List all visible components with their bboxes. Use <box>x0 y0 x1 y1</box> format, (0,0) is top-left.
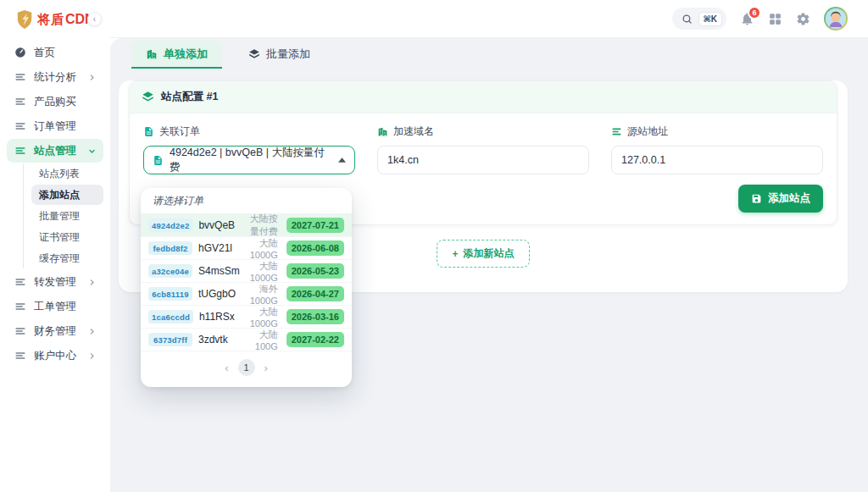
order-select[interactable]: 4924d2e2 | bvvQeB | 大陆按量付费 <box>143 146 355 174</box>
section-title: 站点配置 #1 <box>161 90 218 104</box>
add-site-button[interactable]: 添加站点 <box>738 185 823 213</box>
sidebar-subitem[interactable]: 站点列表 <box>31 163 103 184</box>
sidebar-subitem[interactable]: 证书管理 <box>31 227 103 247</box>
site-config-header: 站点配置 #1 <box>130 81 837 113</box>
sidebar-item-label: 首页 <box>34 46 55 60</box>
sidebar-item[interactable]: 财务管理 <box>7 319 103 343</box>
search-shortcut: ⌘K <box>698 12 723 26</box>
sidebar-item[interactable]: 站点管理 <box>7 139 103 163</box>
order-spec: 大陆1000G <box>249 306 281 329</box>
layers-icon <box>142 91 154 103</box>
sidebar-collapse-button[interactable]: ‹ <box>87 12 102 26</box>
field-label: 关联订单 <box>143 124 355 139</box>
sidebar-subitem-label: 添加站点 <box>39 188 80 202</box>
sidebar-item-label: 订单管理 <box>34 119 76 134</box>
order-id-badge: 1ca6ccdd <box>148 310 193 323</box>
brand-name-cn: 将盾 <box>37 12 64 28</box>
avatar-image <box>826 8 846 29</box>
order-expiry-badge: 2026-05-23 <box>287 263 344 279</box>
order-expiry-badge: 2026-03-16 <box>287 309 344 324</box>
sidebar-subitem-label: 站点列表 <box>39 167 80 181</box>
order-option[interactable]: 6373d7ff3zdvtk大陆100G2027-02-22 <box>141 329 352 351</box>
order-spec: 大陆1000G <box>248 260 281 283</box>
user-avatar[interactable] <box>824 7 848 30</box>
sidebar-item[interactable]: 产品购买 <box>7 90 103 113</box>
menu-icon <box>14 325 26 337</box>
order-option[interactable]: fedbd8f2hGV21l大陆1000G2026-06-08 <box>141 237 352 260</box>
order-expiry-badge: 2026-04-27 <box>287 286 344 301</box>
menu-icon <box>14 120 26 132</box>
app-window: ⌘K 6 将盾 CDN ‹ 首页统计分析产品购买订单管理站点管理站点列表添加站点… <box>0 0 868 492</box>
sidebar-subitem[interactable]: 缓存管理 <box>31 248 103 268</box>
sidebar-item[interactable]: 工单管理 <box>7 295 103 318</box>
order-option[interactable]: 1ca6ccddh11RSx大陆1000G2026-03-16 <box>141 306 352 329</box>
page-next-button[interactable]: › <box>264 362 268 373</box>
menu-icon <box>14 71 26 83</box>
caret-up-icon <box>338 158 346 163</box>
fields-row: 关联订单4924d2e2 | bvvQeB | 大陆按量付费加速域名1k4.cn… <box>143 124 823 174</box>
order-expiry-badge: 2027-07-21 <box>287 218 344 233</box>
chevron-right-icon <box>88 352 96 360</box>
global-search[interactable]: ⌘K <box>672 8 727 30</box>
order-id-badge: a32ce04e <box>148 264 192 278</box>
chevron-down-icon <box>88 147 96 155</box>
sidebar-item[interactable]: 首页 <box>7 41 103 64</box>
order-spec: 海外1000G <box>248 283 281 306</box>
add-new-site-button[interactable]: + 添加新站点 <box>437 240 529 268</box>
order-list: 4924d2e2bvvQeB大陆按量付费2027-07-21fedbd8f2hG… <box>141 214 352 351</box>
gear-icon <box>796 12 810 26</box>
dropdown-pagination: ‹ 1 › <box>141 351 352 387</box>
sidebar-item[interactable]: 订单管理 <box>7 114 103 138</box>
order-option[interactable]: a32ce04eS4msSm大陆1000G2026-05-23 <box>141 260 352 283</box>
tab-label: 批量添加 <box>266 47 310 62</box>
tab-bar: 单独添加批量添加 <box>110 38 868 69</box>
sidebar-item[interactable]: 统计分析 <box>7 65 103 89</box>
form-field: 关联订单4924d2e2 | bvvQeB | 大陆按量付费 <box>143 124 355 174</box>
order-name: S4msSm <box>198 265 242 277</box>
order-id-badge: 6373d7ff <box>148 333 192 346</box>
menu-icon <box>14 276 26 288</box>
order-id-badge: 4924d2e2 <box>148 218 192 232</box>
order-name: bvvQeB <box>198 219 242 231</box>
page-number[interactable]: 1 <box>238 359 255 376</box>
sidebar-subitem-label: 证书管理 <box>39 230 80 245</box>
order-spec: 大陆按量付费 <box>248 213 280 238</box>
domain-input[interactable]: 1k4.cn <box>377 146 589 174</box>
order-name: hGV21l <box>198 242 242 254</box>
dropdown-placeholder: 请选择订单 <box>141 188 352 214</box>
settings-button[interactable] <box>796 12 810 26</box>
order-name: 3zdvtk <box>198 334 242 346</box>
form-field: 加速域名1k4.cn <box>377 124 589 174</box>
sidebar-item-label: 统计分析 <box>34 70 76 85</box>
building-icon <box>146 48 158 60</box>
sidebar-item-label: 财务管理 <box>34 324 76 339</box>
form-field: 源站地址127.0.0.1 <box>611 124 823 174</box>
add-new-site-label: 添加新站点 <box>464 246 515 261</box>
page-prev-button[interactable]: ‹ <box>225 362 228 373</box>
top-bar: ⌘K 6 <box>0 0 868 38</box>
origin-input[interactable]: 127.0.0.1 <box>611 146 823 174</box>
sidebar-subitem[interactable]: 批量管理 <box>31 206 103 226</box>
order-id-badge: fedbd8f2 <box>148 241 192 255</box>
tab-batch-add[interactable]: 批量添加 <box>234 41 325 69</box>
sidebar-subitem-label: 缓存管理 <box>39 252 80 266</box>
sidebar-item[interactable]: 转发管理 <box>7 270 103 294</box>
sidebar-subitem[interactable]: 添加站点 <box>31 185 103 205</box>
field-label: 源站地址 <box>611 124 823 139</box>
order-option[interactable]: 4924d2e2bvvQeB大陆按量付费2027-07-21 <box>141 214 352 237</box>
tab-label: 单独添加 <box>164 47 208 62</box>
tab-single-add[interactable]: 单独添加 <box>131 41 222 69</box>
order-expiry-badge: 2027-02-22 <box>287 332 344 347</box>
sidebar-item-label: 账户中心 <box>34 349 76 363</box>
field-label-text: 关联订单 <box>159 124 200 139</box>
chevron-right-icon <box>88 328 96 335</box>
sidebar-subitem-label: 批量管理 <box>39 209 80 224</box>
order-id-badge: 6cb81119 <box>148 287 192 301</box>
order-option[interactable]: 6cb81119tUGgbO海外1000G2026-04-27 <box>141 283 352 306</box>
sidebar-item[interactable]: 账户中心 <box>7 344 103 368</box>
save-icon <box>751 193 762 204</box>
notifications-button[interactable]: 6 <box>740 12 754 26</box>
apps-button[interactable] <box>768 12 782 26</box>
doc-icon <box>153 155 164 166</box>
search-icon <box>682 14 693 25</box>
